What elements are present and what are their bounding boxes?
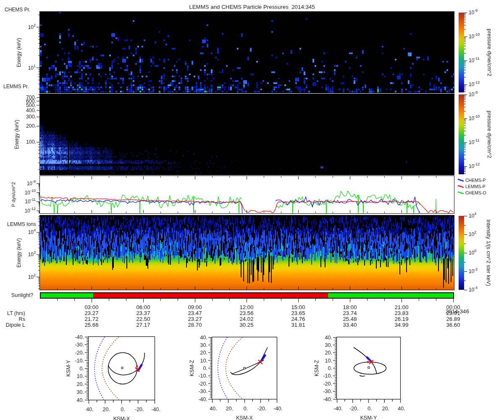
svg-text:0.: 0. [80,366,84,372]
svg-text:pressure dyne/cm^2: pressure dyne/cm^2 [486,110,492,158]
svg-text:15:00: 15:00 [291,304,305,310]
svg-text:20.: 20. [382,406,389,412]
svg-text:102: 102 [469,230,476,237]
svg-text:22.50: 22.50 [136,316,150,322]
svg-text:24.02: 24.02 [239,316,253,322]
svg-text:28.70: 28.70 [188,322,202,328]
svg-text:20.: 20. [325,350,332,356]
svg-text:30.: 30. [325,342,332,348]
svg-text:-40.: -40. [198,396,207,402]
svg-text:100.: 100. [26,139,36,145]
svg-text:CHEMS-P: CHEMS-P [465,178,486,183]
svg-text:23.27: 23.27 [188,316,202,322]
svg-text:25.48: 25.48 [343,316,357,322]
svg-text:-40.: -40. [323,396,332,402]
svg-text:10-11: 10-11 [469,56,480,63]
svg-text:10-12: 10-12 [469,80,480,87]
svg-text:200.: 200. [26,123,36,129]
svg-text:10-9: 10-9 [469,90,478,97]
svg-text:0.: 0. [121,407,125,412]
svg-text:30.: 30. [77,389,84,395]
svg-text:Energy (keV): Energy (keV) [14,120,20,149]
svg-text:2014-346: 2014-346 [446,308,469,315]
svg-text:12:00: 12:00 [239,304,253,310]
svg-text:-10.: -10. [198,373,207,379]
svg-text:-30.: -30. [323,388,332,394]
svg-text:24.76: 24.76 [291,316,305,322]
svg-text:-40.: -40. [273,406,283,412]
svg-text:10-10: 10-10 [25,189,36,196]
svg-text:0.: 0. [368,406,372,412]
svg-text:intensity 1/(s cm^2 ster keV): intensity 1/(s cm^2 ster keV) [486,220,491,286]
svg-text:26.19: 26.19 [394,316,408,322]
svg-text:-20.: -20. [75,350,84,356]
svg-text:20.: 20. [77,381,84,387]
svg-text:Energy (keV): Energy (keV) [16,238,22,268]
svg-text:23.65: 23.65 [291,310,305,316]
svg-text:0.: 0. [203,365,207,371]
svg-text:31.81: 31.81 [291,322,305,328]
svg-text:10-9: 10-9 [469,8,478,16]
svg-text:KSM-X: KSM-X [236,415,253,420]
svg-text:27.17: 27.17 [136,322,150,328]
svg-text:Sunlight?: Sunlight? [11,292,33,298]
svg-text:KSM-Z: KSM-Z [189,360,195,376]
svg-text:10.: 10. [77,373,84,379]
svg-text:-40.: -40. [75,334,84,340]
svg-text:102: 102 [28,273,36,280]
svg-text:10-11: 10-11 [469,138,480,145]
svg-text:-20.: -20. [257,406,267,412]
svg-text:-10.: -10. [323,373,332,379]
svg-text:21:00: 21:00 [394,304,408,310]
svg-text:CHEMS Pr.: CHEMS Pr. [5,7,30,13]
svg-text:LEMMS Ions: LEMMS Ions [7,221,36,227]
svg-text:10-4: 10-4 [469,286,478,293]
svg-text:-20.: -20. [198,381,207,387]
svg-text:-40.: -40. [151,407,160,412]
svg-text:40.: 40. [86,407,93,412]
svg-text:10-12: 10-12 [25,207,36,214]
svg-text:40.: 40. [77,397,84,403]
svg-text:40.: 40. [210,406,217,412]
svg-text:40.: 40. [200,335,207,341]
svg-text:18:00: 18:00 [343,304,357,310]
svg-text:103: 103 [28,250,36,257]
svg-text:KSM-Y: KSM-Y [66,360,71,377]
svg-text:23.47: 23.47 [188,310,202,316]
svg-text:0.: 0. [328,365,332,371]
svg-text:21.72: 21.72 [84,316,98,322]
svg-text:Dipole L: Dipole L [6,322,25,328]
svg-text:23.37: 23.37 [136,310,150,316]
svg-text:40.: 40. [325,335,332,341]
svg-text:LEMMS Pr.: LEMMS Pr. [3,84,29,89]
svg-text:700.: 700. [26,94,36,100]
svg-text:KSM-Y: KSM-Y [360,415,377,420]
svg-text:Energy (keV): Energy (keV) [16,38,22,67]
svg-text:pressure dyne/cm^2: pressure dyne/cm^2 [486,29,492,76]
svg-text:10.: 10. [200,358,207,364]
svg-text:10.: 10. [325,358,332,364]
svg-text:30.: 30. [200,342,207,348]
svg-text:300.: 300. [26,114,36,120]
svg-text:10-9: 10-9 [27,179,36,186]
svg-text:Rs: Rs [19,316,25,322]
svg-text:LT (hrs): LT (hrs) [7,310,25,316]
svg-text:40.: 40. [398,406,405,412]
svg-text:0.: 0. [244,406,248,412]
svg-text:26.89: 26.89 [446,316,460,322]
svg-text:23.74: 23.74 [343,310,357,316]
svg-text:LEMMS-P: LEMMS-P [465,184,486,189]
svg-text:30.25: 30.25 [239,322,253,328]
svg-text:09:00: 09:00 [188,304,202,310]
svg-text:-20.: -20. [349,406,359,412]
svg-text:101: 101 [28,64,36,71]
svg-text:-30.: -30. [198,388,207,394]
svg-text:-40.: -40. [333,406,343,412]
svg-text:102: 102 [28,23,36,30]
svg-text:400.: 400. [26,108,36,113]
svg-text:P dyn/cm^2: P dyn/cm^2 [11,182,16,207]
svg-text:23.56: 23.56 [239,310,253,316]
svg-text:-10.: -10. [75,358,84,364]
svg-text:104: 104 [469,212,476,219]
svg-text:10-10: 10-10 [469,114,480,121]
